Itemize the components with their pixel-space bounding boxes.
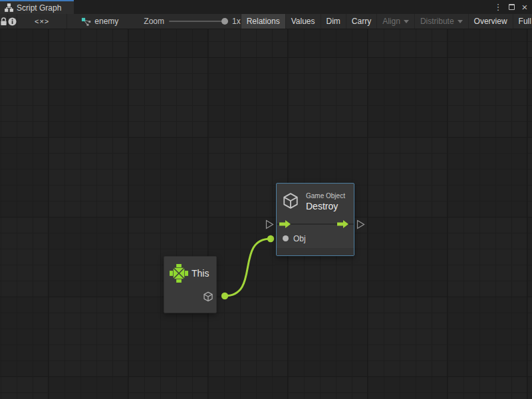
info-icon xyxy=(8,17,17,26)
carry-toggle[interactable]: Carry xyxy=(346,14,376,29)
edit-source-button[interactable]: <×> xyxy=(17,14,67,29)
align-label: Align xyxy=(382,17,400,26)
self-target-icon xyxy=(169,263,189,283)
align-dropdown[interactable]: Align xyxy=(376,14,414,29)
overview-button[interactable]: Overview xyxy=(468,14,513,29)
wire-end-dot[interactable] xyxy=(267,235,274,242)
relations-toggle[interactable]: Relations xyxy=(241,14,285,29)
distribute-label: Distribute xyxy=(420,17,454,26)
graph-breadcrumb[interactable]: enemy xyxy=(81,14,118,29)
window-tab-bar: Script Graph ⋮ × xyxy=(0,0,532,14)
node-title: This xyxy=(192,268,209,279)
cube-output-port[interactable] xyxy=(203,291,213,302)
code-brackets-icon: <×> xyxy=(23,17,61,25)
chevron-down-icon xyxy=(404,20,409,23)
tab-title: Script Graph xyxy=(17,3,61,13)
distribute-dropdown[interactable]: Distribute xyxy=(414,14,468,29)
values-toggle[interactable]: Values xyxy=(285,14,321,29)
graph-canvas[interactable]: This Game Object Destroy Obj xyxy=(0,29,532,399)
toolbar-right-group: Relations Values Dim Carry Align Distrib… xyxy=(241,14,532,29)
wire-layer xyxy=(0,29,532,399)
lock-icon xyxy=(0,17,7,26)
flow-arrow-out-port[interactable] xyxy=(337,220,348,228)
close-icon[interactable]: × xyxy=(520,2,529,13)
tab-script-graph[interactable]: Script Graph xyxy=(0,0,74,14)
zoom-label: Zoom xyxy=(144,17,164,26)
wire-source-dot[interactable] xyxy=(221,293,228,299)
node-footer xyxy=(277,248,354,255)
connection-wire[interactable] xyxy=(225,239,271,296)
flow-arrow-in-port[interactable] xyxy=(279,220,291,228)
cube-icon xyxy=(282,192,299,210)
node-destroy[interactable]: Game Object Destroy Obj xyxy=(276,183,354,256)
graph-nodes-icon xyxy=(81,17,91,27)
zoom-value: 1x xyxy=(232,17,241,26)
dim-toggle[interactable]: Dim xyxy=(321,14,346,29)
node-title: Destroy xyxy=(306,201,338,211)
window-controls: ⋮ × xyxy=(493,0,529,14)
graph-toolbar: <×> enemy Zoom 1x Relations Values Dim C… xyxy=(0,14,532,29)
zoom-slider[interactable] xyxy=(169,21,227,22)
inspect-button[interactable] xyxy=(8,14,17,29)
control-output-triangle-port[interactable] xyxy=(358,221,364,229)
chevron-down-icon xyxy=(458,20,463,23)
zoom-slider-handle[interactable] xyxy=(221,18,228,25)
zoom-cluster: Zoom 1x xyxy=(144,14,240,29)
graph-name: enemy xyxy=(94,17,118,26)
obj-port-label: Obj xyxy=(293,234,306,243)
obj-value-input-port[interactable] xyxy=(283,235,289,241)
lock-button[interactable] xyxy=(0,14,8,29)
window-menu-icon[interactable]: ⋮ xyxy=(493,2,503,13)
node-category: Game Object xyxy=(306,192,345,200)
control-input-triangle-port[interactable] xyxy=(267,221,273,229)
node-this[interactable]: This xyxy=(164,256,217,313)
maximize-icon[interactable] xyxy=(507,2,516,13)
graph-hierarchy-icon xyxy=(5,3,13,12)
fullscreen-button[interactable]: Full Screen xyxy=(513,14,532,29)
